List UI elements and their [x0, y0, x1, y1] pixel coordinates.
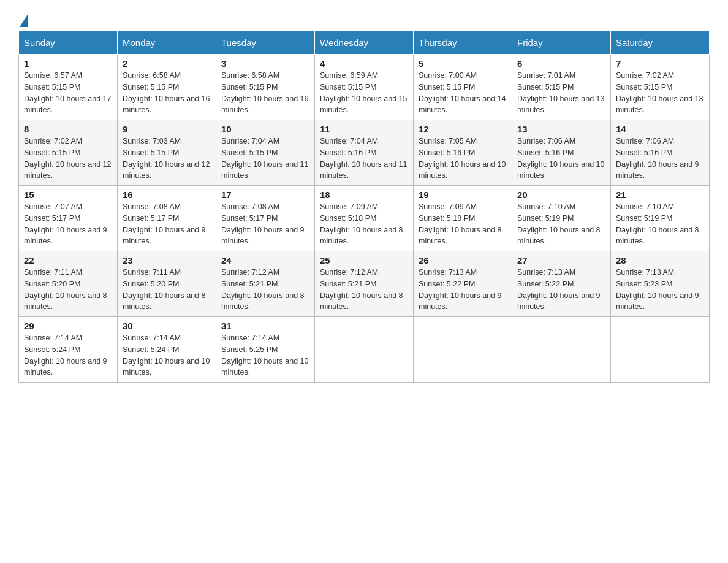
day-number: 16 — [123, 190, 211, 200]
day-number: 12 — [419, 124, 507, 134]
day-number: 30 — [123, 321, 211, 331]
calendar-cell — [611, 317, 710, 383]
day-info: Sunrise: 6:59 AMSunset: 5:15 PMDaylight:… — [320, 70, 408, 116]
day-number: 17 — [221, 190, 309, 200]
calendar-week-row: 29Sunrise: 7:14 AMSunset: 5:24 PMDayligh… — [19, 317, 710, 383]
calendar-cell: 1Sunrise: 6:57 AMSunset: 5:15 PMDaylight… — [19, 55, 118, 120]
day-number: 31 — [221, 321, 309, 331]
calendar-cell: 28Sunrise: 7:13 AMSunset: 5:23 PMDayligh… — [611, 251, 710, 317]
day-info: Sunrise: 7:14 AMSunset: 5:24 PMDaylight:… — [123, 332, 211, 378]
day-info: Sunrise: 7:13 AMSunset: 5:23 PMDaylight:… — [616, 267, 704, 313]
day-info: Sunrise: 7:01 AMSunset: 5:15 PMDaylight:… — [517, 70, 605, 116]
calendar-cell: 13Sunrise: 7:06 AMSunset: 5:16 PMDayligh… — [512, 120, 611, 186]
day-info: Sunrise: 6:58 AMSunset: 5:15 PMDaylight:… — [221, 70, 309, 116]
day-info: Sunrise: 6:57 AMSunset: 5:15 PMDaylight:… — [24, 70, 112, 116]
day-info: Sunrise: 7:02 AMSunset: 5:15 PMDaylight:… — [24, 136, 112, 182]
day-info: Sunrise: 6:58 AMSunset: 5:15 PMDaylight:… — [123, 70, 211, 116]
calendar-cell: 8Sunrise: 7:02 AMSunset: 5:15 PMDaylight… — [19, 120, 118, 186]
calendar-cell: 23Sunrise: 7:11 AMSunset: 5:20 PMDayligh… — [118, 251, 216, 317]
calendar-cell: 21Sunrise: 7:10 AMSunset: 5:19 PMDayligh… — [611, 186, 710, 251]
day-number: 11 — [320, 124, 408, 134]
day-number: 7 — [616, 58, 704, 69]
calendar-header-monday: Monday — [118, 31, 216, 55]
day-info: Sunrise: 7:13 AMSunset: 5:22 PMDaylight:… — [517, 267, 605, 313]
calendar-cell: 27Sunrise: 7:13 AMSunset: 5:22 PMDayligh… — [512, 251, 611, 317]
calendar-week-row: 8Sunrise: 7:02 AMSunset: 5:15 PMDaylight… — [19, 120, 710, 186]
day-number: 23 — [123, 255, 211, 266]
day-info: Sunrise: 7:00 AMSunset: 5:15 PMDaylight:… — [419, 70, 507, 116]
calendar-cell — [414, 317, 512, 383]
day-number: 18 — [320, 190, 408, 200]
logo-triangle-icon — [20, 13, 28, 27]
calendar-cell: 16Sunrise: 7:08 AMSunset: 5:17 PMDayligh… — [118, 186, 216, 251]
day-info: Sunrise: 7:13 AMSunset: 5:22 PMDaylight:… — [419, 267, 507, 313]
calendar-cell: 9Sunrise: 7:03 AMSunset: 5:15 PMDaylight… — [118, 120, 216, 186]
calendar-cell: 25Sunrise: 7:12 AMSunset: 5:21 PMDayligh… — [315, 251, 414, 317]
day-info: Sunrise: 7:06 AMSunset: 5:16 PMDaylight:… — [616, 136, 704, 182]
day-number: 21 — [616, 190, 704, 200]
day-info: Sunrise: 7:11 AMSunset: 5:20 PMDaylight:… — [123, 267, 211, 313]
calendar-cell — [315, 317, 414, 383]
day-info: Sunrise: 7:10 AMSunset: 5:19 PMDaylight:… — [517, 201, 605, 247]
calendar-header-tuesday: Tuesday — [216, 31, 315, 55]
day-info: Sunrise: 7:14 AMSunset: 5:25 PMDaylight:… — [221, 332, 309, 378]
day-number: 1 — [24, 58, 112, 69]
calendar-cell: 5Sunrise: 7:00 AMSunset: 5:15 PMDaylight… — [414, 55, 512, 120]
day-number: 29 — [24, 321, 112, 331]
calendar-header-thursday: Thursday — [414, 31, 512, 55]
day-info: Sunrise: 7:11 AMSunset: 5:20 PMDaylight:… — [24, 267, 112, 313]
day-number: 9 — [123, 124, 211, 134]
day-info: Sunrise: 7:08 AMSunset: 5:17 PMDaylight:… — [123, 201, 211, 247]
day-info: Sunrise: 7:10 AMSunset: 5:19 PMDaylight:… — [616, 201, 704, 247]
calendar-cell: 30Sunrise: 7:14 AMSunset: 5:24 PMDayligh… — [118, 317, 216, 383]
calendar-cell: 26Sunrise: 7:13 AMSunset: 5:22 PMDayligh… — [414, 251, 512, 317]
day-info: Sunrise: 7:09 AMSunset: 5:18 PMDaylight:… — [320, 201, 408, 247]
calendar-cell: 20Sunrise: 7:10 AMSunset: 5:19 PMDayligh… — [512, 186, 611, 251]
day-number: 4 — [320, 58, 408, 69]
page-header — [18, 12, 710, 25]
day-number: 3 — [221, 58, 309, 69]
calendar-table: SundayMondayTuesdayWednesdayThursdayFrid… — [18, 31, 710, 383]
calendar-header-row: SundayMondayTuesdayWednesdayThursdayFrid… — [19, 31, 710, 55]
day-number: 15 — [24, 190, 112, 200]
logo — [18, 12, 28, 25]
day-number: 27 — [517, 255, 605, 266]
calendar-cell: 15Sunrise: 7:07 AMSunset: 5:17 PMDayligh… — [19, 186, 118, 251]
day-number: 19 — [419, 190, 507, 200]
calendar-cell: 4Sunrise: 6:59 AMSunset: 5:15 PMDaylight… — [315, 55, 414, 120]
day-number: 8 — [24, 124, 112, 134]
calendar-week-row: 15Sunrise: 7:07 AMSunset: 5:17 PMDayligh… — [19, 186, 710, 251]
calendar-cell: 14Sunrise: 7:06 AMSunset: 5:16 PMDayligh… — [611, 120, 710, 186]
day-info: Sunrise: 7:03 AMSunset: 5:15 PMDaylight:… — [123, 136, 211, 182]
day-info: Sunrise: 7:02 AMSunset: 5:15 PMDaylight:… — [616, 70, 704, 116]
calendar-week-row: 1Sunrise: 6:57 AMSunset: 5:15 PMDaylight… — [19, 55, 710, 120]
calendar-week-row: 22Sunrise: 7:11 AMSunset: 5:20 PMDayligh… — [19, 251, 710, 317]
day-number: 22 — [24, 255, 112, 266]
calendar-cell: 2Sunrise: 6:58 AMSunset: 5:15 PMDaylight… — [118, 55, 216, 120]
calendar-cell: 22Sunrise: 7:11 AMSunset: 5:20 PMDayligh… — [19, 251, 118, 317]
calendar-cell: 3Sunrise: 6:58 AMSunset: 5:15 PMDaylight… — [216, 55, 315, 120]
day-info: Sunrise: 7:07 AMSunset: 5:17 PMDaylight:… — [24, 201, 112, 247]
day-info: Sunrise: 7:12 AMSunset: 5:21 PMDaylight:… — [320, 267, 408, 313]
calendar-cell: 7Sunrise: 7:02 AMSunset: 5:15 PMDaylight… — [611, 55, 710, 120]
calendar-cell: 24Sunrise: 7:12 AMSunset: 5:21 PMDayligh… — [216, 251, 315, 317]
calendar-cell: 29Sunrise: 7:14 AMSunset: 5:24 PMDayligh… — [19, 317, 118, 383]
day-info: Sunrise: 7:14 AMSunset: 5:24 PMDaylight:… — [24, 332, 112, 378]
day-number: 2 — [123, 58, 211, 69]
day-info: Sunrise: 7:05 AMSunset: 5:16 PMDaylight:… — [419, 136, 507, 182]
calendar-cell — [512, 317, 611, 383]
day-info: Sunrise: 7:06 AMSunset: 5:16 PMDaylight:… — [517, 136, 605, 182]
calendar-cell: 11Sunrise: 7:04 AMSunset: 5:16 PMDayligh… — [315, 120, 414, 186]
calendar-header-wednesday: Wednesday — [315, 31, 414, 55]
calendar-cell: 6Sunrise: 7:01 AMSunset: 5:15 PMDaylight… — [512, 55, 611, 120]
day-info: Sunrise: 7:09 AMSunset: 5:18 PMDaylight:… — [419, 201, 507, 247]
day-number: 20 — [517, 190, 605, 200]
day-number: 5 — [419, 58, 507, 69]
calendar-cell: 12Sunrise: 7:05 AMSunset: 5:16 PMDayligh… — [414, 120, 512, 186]
calendar-cell: 31Sunrise: 7:14 AMSunset: 5:25 PMDayligh… — [216, 317, 315, 383]
day-info: Sunrise: 7:04 AMSunset: 5:15 PMDaylight:… — [221, 136, 309, 182]
calendar-cell: 10Sunrise: 7:04 AMSunset: 5:15 PMDayligh… — [216, 120, 315, 186]
calendar-cell: 19Sunrise: 7:09 AMSunset: 5:18 PMDayligh… — [414, 186, 512, 251]
day-info: Sunrise: 7:04 AMSunset: 5:16 PMDaylight:… — [320, 136, 408, 182]
day-number: 24 — [221, 255, 309, 266]
